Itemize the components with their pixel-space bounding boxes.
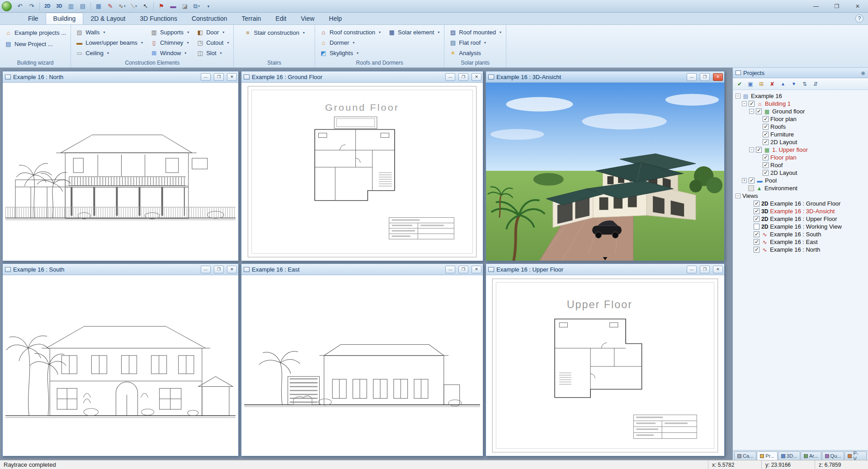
tree-item-view-east[interactable]: Example 16 : East bbox=[734, 238, 867, 246]
app-logo-icon[interactable] bbox=[2, 1, 12, 11]
tab-3d[interactable]: 3D... bbox=[778, 451, 800, 460]
tree-item-roofs[interactable]: Roofs bbox=[734, 123, 867, 131]
tab-building[interactable]: Building bbox=[46, 13, 84, 24]
checkbox[interactable] bbox=[763, 170, 769, 176]
expander-icon[interactable] bbox=[749, 147, 754, 152]
tree-item-upper-floor[interactable]: 1. Upper floor bbox=[734, 146, 867, 154]
tree-item-views[interactable]: Views bbox=[734, 192, 867, 200]
checkbox[interactable] bbox=[763, 162, 769, 168]
supports-button[interactable]: Supports bbox=[150, 27, 189, 37]
child-minimize-button[interactable] bbox=[687, 266, 697, 273]
checkbox[interactable] bbox=[754, 201, 760, 206]
tree-item-ground-floor[interactable]: Ground floor bbox=[734, 108, 867, 115]
checkbox[interactable] bbox=[749, 178, 755, 183]
chimney-button[interactable]: Chimney bbox=[150, 38, 189, 47]
child-maximize-button[interactable] bbox=[458, 73, 468, 81]
checkbox[interactable] bbox=[763, 155, 769, 160]
tile-horizontal-icon[interactable] bbox=[77, 1, 88, 11]
checkbox[interactable] bbox=[763, 124, 769, 130]
checkbox[interactable] bbox=[754, 247, 760, 253]
flat-roof-button[interactable]: Flat roof bbox=[449, 38, 501, 47]
checkbox[interactable] bbox=[754, 224, 760, 230]
move-down-icon[interactable] bbox=[789, 80, 799, 89]
tree-item-upper-floor-plan[interactable]: Floor plan bbox=[734, 154, 867, 161]
dormer-button[interactable]: Dormer bbox=[320, 38, 381, 47]
tree-item-pool[interactable]: Pool bbox=[734, 177, 867, 184]
child-minimize-button[interactable] bbox=[445, 266, 455, 273]
redo-icon[interactable] bbox=[26, 1, 37, 11]
child-minimize-button[interactable] bbox=[201, 73, 211, 81]
example-projects-button[interactable]: Example projects ... bbox=[5, 28, 66, 38]
folders-icon[interactable] bbox=[756, 80, 766, 89]
undo-icon[interactable] bbox=[14, 1, 25, 11]
slot-button[interactable]: Slot bbox=[196, 48, 229, 58]
skylights-button[interactable]: Skylights bbox=[320, 48, 381, 58]
layers-icon[interactable] bbox=[191, 1, 202, 11]
child-titlebar[interactable]: Example 16 : 3D-Ansicht bbox=[486, 71, 724, 83]
child-titlebar[interactable]: Example 16 : North bbox=[3, 71, 238, 83]
roof-mounted-button[interactable]: Roof mounted bbox=[449, 27, 501, 37]
child-maximize-button[interactable] bbox=[700, 73, 710, 81]
checkbox[interactable] bbox=[754, 216, 760, 222]
stair-construction-button[interactable]: Stair construction bbox=[244, 28, 304, 38]
grid-icon[interactable] bbox=[93, 1, 104, 11]
ceiling-button[interactable]: Ceiling bbox=[75, 48, 143, 58]
north-elevation-canvas[interactable] bbox=[3, 83, 238, 261]
close-button[interactable] bbox=[847, 0, 868, 12]
move-up-icon[interactable] bbox=[778, 80, 788, 89]
child-close-button[interactable] bbox=[713, 266, 723, 273]
expander-icon[interactable] bbox=[736, 94, 741, 98]
projects-panel-header[interactable]: Projects ◉ bbox=[733, 68, 868, 78]
upper-floor-plan-canvas[interactable]: Upper Floor bbox=[486, 275, 724, 456]
child-titlebar[interactable]: Example 16 : Ground Floor bbox=[241, 71, 483, 83]
child-close-button[interactable] bbox=[472, 266, 481, 273]
delete-icon[interactable] bbox=[767, 80, 777, 89]
sort-descending-icon[interactable] bbox=[811, 80, 821, 89]
ground-floor-plan-canvas[interactable]: Ground Floor bbox=[241, 83, 483, 261]
tree-item-example-16[interactable]: Example 16 bbox=[734, 92, 867, 100]
pointer-icon[interactable] bbox=[140, 1, 151, 11]
south-elevation-canvas[interactable] bbox=[3, 275, 238, 456]
tile-vertical-icon[interactable] bbox=[66, 1, 76, 11]
checkbox[interactable] bbox=[754, 239, 760, 245]
customize-toolbar-icon[interactable] bbox=[203, 1, 214, 11]
tab-3d-functions[interactable]: 3D Functions bbox=[132, 13, 184, 24]
tab-edit[interactable]: Edit bbox=[268, 13, 293, 24]
tab-help[interactable]: Help bbox=[322, 13, 349, 24]
tree-item-furniture[interactable]: Furniture bbox=[734, 131, 867, 138]
render-preview-icon[interactable] bbox=[745, 80, 755, 89]
expander-icon[interactable] bbox=[742, 178, 747, 183]
roof-construction-button[interactable]: Roof construction bbox=[320, 27, 381, 37]
tree-item-2d-layout[interactable]: 2D Layout bbox=[734, 138, 867, 146]
tree-item-floor-plan[interactable]: Floor plan bbox=[734, 115, 867, 123]
child-close-button[interactable] bbox=[227, 266, 237, 273]
sort-ascending-icon[interactable] bbox=[800, 80, 810, 89]
checkbox[interactable] bbox=[756, 108, 762, 114]
paint-roller-icon[interactable] bbox=[168, 1, 179, 11]
tab-areas[interactable]: Ar... bbox=[801, 451, 821, 460]
lower-upper-beams-button[interactable]: Lower/upper beams bbox=[75, 38, 143, 47]
checkbox[interactable] bbox=[749, 101, 755, 107]
tab-projects[interactable]: Pr... bbox=[757, 451, 778, 460]
tree-item-view-3d-ansicht[interactable]: 3DExample 16 : 3D-Ansicht bbox=[734, 207, 867, 215]
flag-icon[interactable] bbox=[156, 1, 167, 11]
child-maximize-button[interactable] bbox=[214, 73, 224, 81]
child-maximize-button[interactable] bbox=[700, 266, 710, 273]
maximize-button[interactable] bbox=[826, 0, 847, 12]
expander-icon[interactable] bbox=[736, 193, 741, 198]
confirm-icon[interactable] bbox=[735, 80, 745, 89]
tree-item-view-ground-floor[interactable]: 2DExample 16 : Ground Floor bbox=[734, 200, 867, 207]
child-close-button[interactable] bbox=[472, 73, 481, 81]
analysis-button[interactable]: Analysis bbox=[449, 48, 501, 58]
measure-icon[interactable] bbox=[117, 1, 127, 11]
render-3d-canvas[interactable] bbox=[486, 83, 724, 261]
walls-button[interactable]: Walls bbox=[75, 27, 143, 37]
child-titlebar[interactable]: Example 16 : Upper Floor bbox=[486, 264, 724, 275]
tab-quantities[interactable]: Qu... bbox=[822, 451, 844, 460]
checkbox[interactable] bbox=[754, 208, 760, 214]
ruler-icon[interactable] bbox=[128, 1, 139, 11]
tab-file[interactable]: File bbox=[21, 13, 46, 24]
east-elevation-canvas[interactable] bbox=[241, 275, 483, 456]
eraser-icon[interactable] bbox=[179, 1, 190, 11]
checkbox[interactable] bbox=[756, 147, 762, 153]
